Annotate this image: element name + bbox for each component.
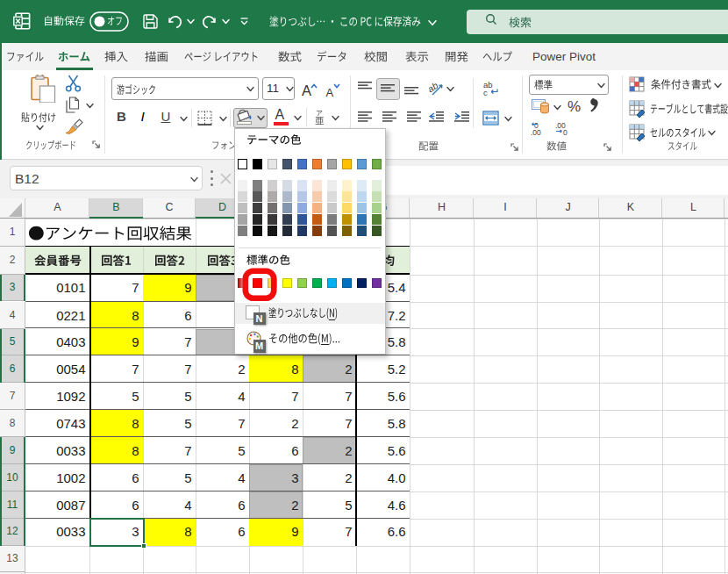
svg-text:0: 0 bbox=[563, 128, 567, 136]
svg-text:c: c bbox=[483, 88, 488, 97]
svg-text:.00: .00 bbox=[531, 128, 541, 136]
